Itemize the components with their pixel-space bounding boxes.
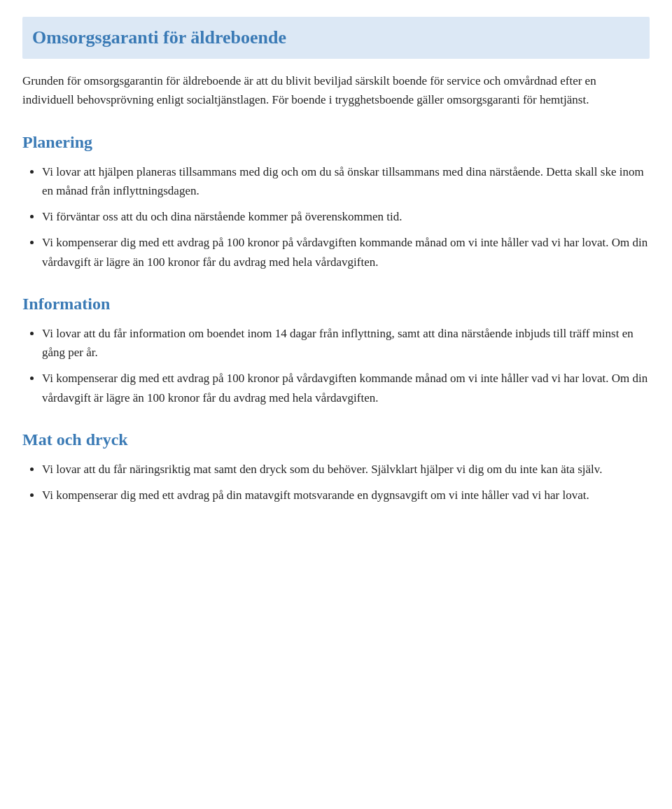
section-mat-och-dryck: Mat och dryck Vi lovar att du får näring… [22, 427, 650, 505]
list-item: Vi lovar att hjälpen planeras tillsamman… [42, 162, 650, 200]
section-title-mat-och-dryck: Mat och dryck [22, 427, 650, 453]
list-item: Vi lovar att du får information om boend… [42, 324, 650, 362]
section-information: Information Vi lovar att du får informat… [22, 291, 650, 407]
list-item: Vi förväntar oss att du och dina närståe… [42, 207, 650, 226]
list-item: Vi kompenserar dig med ett avdrag på 100… [42, 233, 650, 271]
list-item: Vi kompenserar dig med ett avdrag på din… [42, 486, 650, 505]
intro-paragraph: Grunden för omsorgsgarantin för äldreboe… [22, 71, 650, 109]
bullet-list-information: Vi lovar att du får information om boend… [42, 324, 650, 407]
bullet-list-planering: Vi lovar att hjälpen planeras tillsamman… [42, 162, 650, 272]
section-planering: Planering Vi lovar att hjälpen planeras … [22, 129, 650, 272]
page-title: Omsorgsgaranti för äldreboende [22, 17, 650, 59]
bullet-list-mat-och-dryck: Vi lovar att du får näringsriktig mat sa… [42, 460, 650, 505]
list-item: Vi lovar att du får näringsriktig mat sa… [42, 460, 650, 479]
section-title-planering: Planering [22, 129, 650, 155]
list-item: Vi kompenserar dig med ett avdrag på 100… [42, 369, 650, 407]
section-title-information: Information [22, 291, 650, 317]
